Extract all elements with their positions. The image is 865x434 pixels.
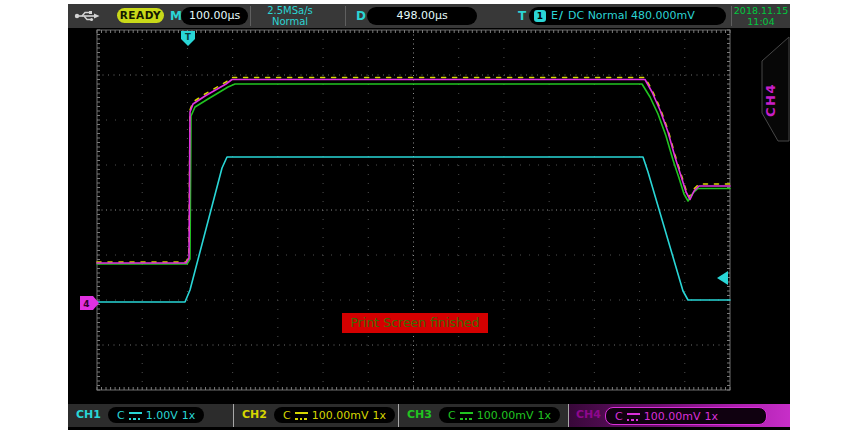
svg-text:4: 4 <box>83 299 89 309</box>
channel-section-ch4-selected[interactable]: CH4 C 100.00mV 1x <box>569 404 790 427</box>
trigger-label: T <box>518 8 526 24</box>
delay-value[interactable]: 498.00μs <box>367 7 477 25</box>
trigger-settings[interactable]: 1 E ∕ DC Normal 480.000mV <box>529 7 726 25</box>
channel-section-ch1[interactable]: CH1 C 1.00V 1x <box>68 404 233 427</box>
channel-info-box[interactable]: C 100.00mV 1x <box>439 407 560 423</box>
datetime: 2018.11.15 11:04 <box>732 5 790 27</box>
coupling-letter: C <box>615 410 623 423</box>
dc-coupling-icon <box>129 411 142 420</box>
scale-value: 100.00mV <box>312 409 369 422</box>
channel-label: CH3 <box>407 408 432 421</box>
scale-value: 1.00V <box>146 409 178 422</box>
top-status-bar: READY M 100.00μs 2.5MSa/s Normal D 498.0… <box>68 4 790 28</box>
timebase-value[interactable]: 100.00μs <box>181 7 248 25</box>
trigger-type: E <box>551 9 558 22</box>
rising-edge-icon: ∕ <box>559 9 563 22</box>
date-value: 2018.11.15 <box>732 5 790 16</box>
status-badge: READY <box>117 8 164 23</box>
delay-label: D <box>356 8 366 24</box>
probe-value: 1x <box>182 409 196 422</box>
trigger-details: DC Normal 480.000mV <box>568 9 695 22</box>
dc-coupling-icon <box>460 411 473 420</box>
coupling-letter: C <box>283 409 291 422</box>
message-toast: Print Screen finished <box>342 313 488 333</box>
scale-value: 100.00mV <box>477 409 534 422</box>
trigger-level-marker[interactable] <box>717 271 728 285</box>
acquisition-info: 2.5MSa/s Normal <box>254 5 326 27</box>
topbar-separator <box>250 6 251 26</box>
usb-icon <box>74 9 100 23</box>
dc-coupling-icon <box>627 412 640 421</box>
trigger-source-badge: 1 <box>534 10 546 22</box>
channel-label: CH1 <box>76 408 101 421</box>
coupling-letter: C <box>117 409 125 422</box>
dc-coupling-icon <box>295 411 308 420</box>
svg-text:T: T <box>185 32 191 42</box>
probe-value: 1x <box>372 409 386 422</box>
trigger-position-marker[interactable]: T <box>181 31 195 46</box>
coupling-letter: C <box>448 409 456 422</box>
topbar-separator <box>345 6 346 26</box>
channel-separator <box>398 404 399 427</box>
channel-section-ch3[interactable]: CH3 C 100.00mV 1x <box>399 404 568 427</box>
channel-info-box[interactable]: C 1.00V 1x <box>108 407 204 423</box>
channel-label: CH4 <box>576 408 601 421</box>
scale-value: 100.00mV <box>644 410 701 423</box>
ch4-zero-marker[interactable]: 4 <box>80 296 99 310</box>
channel-info-box[interactable]: C 100.00mV 1x <box>605 407 767 425</box>
time-value: 11:04 <box>732 16 790 27</box>
graticule: T4 <box>68 4 790 430</box>
channel-section-ch2[interactable]: CH2 C 100.00mV 1x <box>234 404 398 427</box>
page: T4 READY M 100.00μs 2.5MSa/s Normal D <box>0 0 865 434</box>
channel-status-bar: CH1 C 1.00V 1x CH2 C 100.00mV 1x <box>68 404 790 427</box>
sample-rate-value: 2.5MSa/s <box>254 5 326 16</box>
channel-separator <box>233 404 234 427</box>
probe-value: 1x <box>537 409 551 422</box>
probe-value: 1x <box>704 410 718 423</box>
acquisition-mode: Normal <box>254 16 326 27</box>
side-tab-label: CH4 <box>763 83 778 117</box>
channel-separator <box>568 404 569 427</box>
channel-info-box[interactable]: C 100.00mV 1x <box>274 407 395 423</box>
oscilloscope-screen: T4 READY M 100.00μs 2.5MSa/s Normal D <box>68 4 790 430</box>
side-tab-ch4[interactable]: CH4 <box>754 36 790 142</box>
channel-label: CH2 <box>242 408 267 421</box>
